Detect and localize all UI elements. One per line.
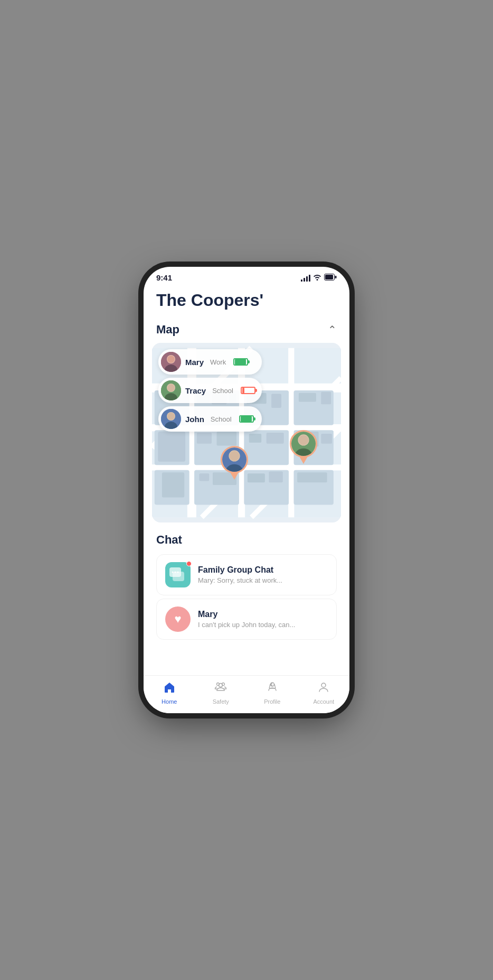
- nav-item-account[interactable]: Account: [298, 681, 350, 705]
- chat-item-family-group[interactable]: Family Group Chat Mary: Sorry, stuck at …: [156, 554, 337, 595]
- chat-group-icon: [165, 562, 191, 587]
- nav-item-profile[interactable]: Profile: [246, 681, 298, 705]
- svg-point-61: [229, 451, 239, 461]
- battery-tracy: [241, 387, 255, 394]
- status-icons: [301, 273, 337, 282]
- svg-point-69: [175, 572, 176, 573]
- phone-frame: 9:41 The Coopers' Map ⌃: [144, 267, 349, 713]
- chat-avatar-mary-wrap: ♥: [165, 606, 191, 632]
- nav-item-home[interactable]: Home: [144, 681, 195, 705]
- scroll-content: The Coopers' Map ⌃: [144, 286, 349, 675]
- svg-rect-44: [269, 471, 282, 482]
- chat-avatar-mary: ♥: [165, 606, 191, 632]
- profile-icon: [266, 681, 279, 697]
- chat-preview-family-group: Mary: Sorry, stuck at work...: [198, 576, 328, 584]
- svg-line-76: [274, 684, 276, 688]
- member-avatar-mary: [161, 352, 181, 372]
- chat-item-mary[interactable]: ♥ Mary I can't pick up John today, can..…: [156, 599, 337, 640]
- svg-point-70: [177, 572, 179, 573]
- account-icon: [317, 681, 330, 697]
- chat-name-mary: Mary: [198, 610, 328, 619]
- safety-icon: [214, 681, 227, 697]
- svg-point-65: [298, 435, 308, 445]
- member-avatar-john: [161, 409, 181, 429]
- svg-point-78: [321, 683, 326, 687]
- chat-preview-mary: I can't pick up John today, can...: [198, 621, 328, 629]
- svg-line-75: [269, 684, 270, 688]
- member-name-tracy: Tracy: [185, 386, 206, 395]
- map-pin-tracy[interactable]: [290, 430, 317, 464]
- battery-status-icon: [324, 274, 337, 282]
- speech-bubbles-icon: [169, 567, 186, 582]
- battery-john: [239, 415, 254, 423]
- svg-rect-41: [200, 473, 210, 481]
- svg-rect-32: [321, 392, 331, 405]
- member-name-mary: Mary: [185, 358, 204, 367]
- nav-label-profile: Profile: [264, 698, 280, 705]
- wifi-icon: [313, 273, 321, 282]
- bottom-nav: Home Safety: [144, 675, 349, 713]
- status-bar: 9:41: [144, 267, 349, 286]
- member-cards-list: Mary Work: [158, 349, 262, 432]
- svg-rect-33: [197, 433, 212, 444]
- svg-rect-30: [271, 394, 281, 408]
- svg-rect-2: [335, 276, 337, 278]
- pin-tail-john: [230, 472, 239, 480]
- map-pin-john[interactable]: [221, 446, 248, 480]
- map-collapse-button[interactable]: ⌃: [328, 323, 337, 336]
- chat-section: Chat: [144, 522, 349, 649]
- nav-label-safety: Safety: [213, 698, 229, 705]
- member-avatar-tracy: [161, 380, 181, 400]
- page-title: The Coopers': [156, 291, 337, 310]
- svg-rect-43: [248, 473, 265, 482]
- heart-icon: ♥: [174, 612, 181, 626]
- svg-rect-38: [321, 434, 332, 444]
- svg-rect-34: [216, 432, 236, 445]
- chat-group-icon-wrap: [165, 562, 191, 587]
- svg-rect-40: [162, 472, 184, 497]
- member-location-john: School: [211, 415, 232, 423]
- svg-rect-45: [297, 472, 327, 482]
- svg-point-68: [172, 572, 174, 573]
- nav-label-home: Home: [162, 698, 177, 705]
- map-section-header: Map ⌃: [144, 319, 349, 343]
- notification-dot-group: [186, 561, 192, 566]
- map-container[interactable]: Mary Work: [152, 343, 341, 522]
- pin-avatar-tracy: [290, 430, 317, 458]
- pin-avatar-john: [221, 446, 248, 473]
- member-location-mary: Work: [210, 358, 226, 366]
- svg-rect-31: [299, 393, 316, 402]
- page-header: The Coopers': [144, 286, 349, 319]
- svg-rect-67: [173, 572, 184, 581]
- svg-rect-1: [325, 275, 333, 279]
- home-icon: [163, 681, 176, 697]
- svg-point-53: [167, 384, 175, 391]
- nav-item-safety[interactable]: Safety: [195, 681, 247, 705]
- member-location-tracy: School: [212, 387, 233, 395]
- member-card-mary[interactable]: Mary Work: [158, 349, 262, 375]
- signal-icon: [301, 274, 310, 282]
- pin-tail-tracy: [299, 456, 308, 464]
- svg-point-49: [167, 356, 175, 363]
- svg-rect-36: [267, 433, 284, 444]
- member-card-tracy[interactable]: Tracy School: [158, 378, 262, 403]
- svg-point-57: [167, 413, 175, 420]
- svg-rect-39: [158, 432, 185, 462]
- nav-label-account: Account: [313, 698, 334, 705]
- svg-rect-35: [249, 434, 262, 443]
- chat-section-title: Chat: [156, 533, 337, 547]
- chat-info-family-group: Family Group Chat Mary: Sorry, stuck at …: [198, 565, 328, 584]
- member-card-john[interactable]: John School: [158, 406, 262, 432]
- chat-info-mary: Mary I can't pick up John today, can...: [198, 610, 328, 629]
- chat-list: Family Group Chat Mary: Sorry, stuck at …: [156, 554, 337, 643]
- member-name-john: John: [185, 415, 204, 424]
- chat-name-family-group: Family Group Chat: [198, 565, 328, 575]
- battery-mary: [233, 358, 248, 366]
- map-section-title: Map: [156, 323, 179, 337]
- status-time: 9:41: [156, 273, 172, 282]
